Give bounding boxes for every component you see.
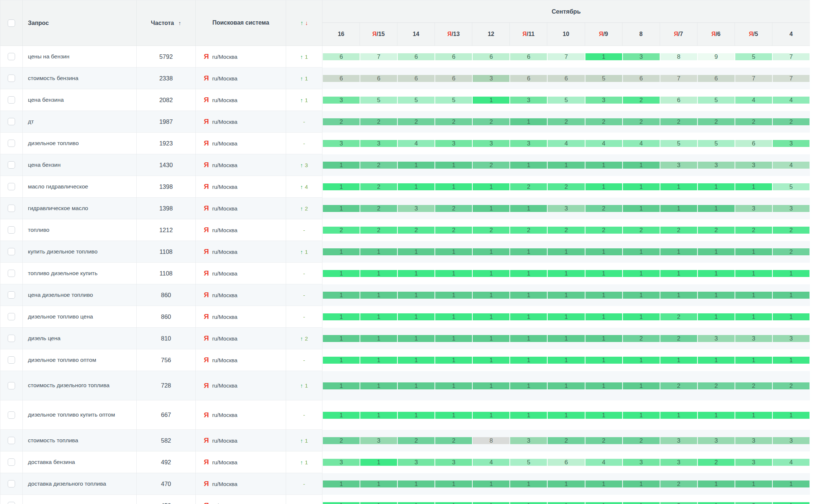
date-column-header[interactable]: Я/5 <box>735 23 772 46</box>
position-cell[interactable]: 6 <box>397 46 435 68</box>
position-cell[interactable]: 1 <box>360 263 397 284</box>
position-cell[interactable]: 1 <box>697 198 735 219</box>
position-cell[interactable]: 1 <box>772 284 810 306</box>
query-cell[interactable]: цена дизельное топливо <box>23 284 137 306</box>
query-cell[interactable]: дизель цена <box>23 328 137 349</box>
position-cell[interactable]: 6 <box>547 451 585 473</box>
position-cell[interactable]: 3 <box>435 451 472 473</box>
position-cell[interactable]: 1 <box>547 154 585 176</box>
row-checkbox[interactable] <box>8 53 15 60</box>
position-cell[interactable]: 6 <box>435 68 472 89</box>
position-cell[interactable]: 7 <box>547 46 585 68</box>
position-cell[interactable]: 1 <box>435 400 472 430</box>
position-cell[interactable]: 1 <box>435 154 472 176</box>
position-cell[interactable]: 2 <box>435 430 472 451</box>
position-cell[interactable]: 1 <box>697 241 735 263</box>
position-cell[interactable]: 1 <box>322 473 360 495</box>
position-cell[interactable]: 2 <box>772 111 810 133</box>
position-cell[interactable]: 2 <box>660 111 697 133</box>
position-cell[interactable]: 1 <box>435 349 472 371</box>
position-cell[interactable]: 1 <box>772 473 810 495</box>
position-cell[interactable]: 1 <box>397 473 435 495</box>
query-cell[interactable]: дизельное топливо <box>23 133 137 154</box>
position-cell[interactable]: 1 <box>585 349 623 371</box>
position-cell[interactable]: 3 <box>322 451 360 473</box>
position-cell[interactable]: 1 <box>435 495 472 504</box>
position-cell[interactable]: 1 <box>697 400 735 430</box>
position-cell[interactable]: 1 <box>585 284 623 306</box>
position-cell[interactable]: 5 <box>772 176 810 198</box>
position-cell[interactable]: 2 <box>660 306 697 328</box>
position-cell[interactable]: 2 <box>547 219 585 241</box>
row-checkbox[interactable] <box>8 356 15 364</box>
position-cell[interactable]: 3 <box>322 89 360 111</box>
position-cell[interactable]: 5 <box>697 133 735 154</box>
position-cell[interactable]: 4 <box>772 154 810 176</box>
position-cell[interactable]: 1 <box>585 400 623 430</box>
position-cell[interactable]: 3 <box>772 133 810 154</box>
position-cell[interactable]: 1 <box>472 400 510 430</box>
position-cell[interactable]: 2 <box>660 328 697 349</box>
position-cell[interactable]: 1 <box>585 154 623 176</box>
position-cell[interactable]: 2 <box>322 430 360 451</box>
position-cell[interactable]: 1 <box>735 241 772 263</box>
position-cell[interactable]: 3 <box>360 133 397 154</box>
row-checkbox[interactable] <box>8 437 15 444</box>
date-column-header[interactable]: Я/7 <box>660 23 697 46</box>
position-cell[interactable]: 6 <box>660 89 697 111</box>
position-cell[interactable]: 1 <box>435 328 472 349</box>
position-cell[interactable]: 1 <box>435 306 472 328</box>
position-cell[interactable]: 2 <box>623 430 660 451</box>
position-cell[interactable]: 1 <box>623 154 660 176</box>
position-cell[interactable]: 3 <box>547 198 585 219</box>
position-cell[interactable]: 1 <box>623 198 660 219</box>
position-cell[interactable]: 1 <box>360 349 397 371</box>
position-cell[interactable]: 1 <box>397 400 435 430</box>
position-cell[interactable]: 1 <box>435 176 472 198</box>
position-cell[interactable]: 1 <box>435 371 472 400</box>
position-cell[interactable]: 1 <box>735 473 772 495</box>
position-cell[interactable]: 2 <box>435 111 472 133</box>
position-cell[interactable]: 2 <box>360 111 397 133</box>
query-cell[interactable]: купить дизельного топлива <box>23 495 137 504</box>
position-cell[interactable]: 3 <box>660 154 697 176</box>
position-cell[interactable]: 2 <box>547 111 585 133</box>
position-cell[interactable]: 1 <box>585 495 623 504</box>
position-cell[interactable]: 2 <box>397 111 435 133</box>
position-cell[interactable]: 1 <box>547 473 585 495</box>
position-cell[interactable]: 3 <box>697 154 735 176</box>
position-cell[interactable]: 6 <box>322 46 360 68</box>
select-all-checkbox[interactable] <box>8 19 15 27</box>
date-column-header[interactable]: Я/9 <box>585 23 623 46</box>
position-cell[interactable]: 1 <box>697 495 735 504</box>
row-checkbox[interactable] <box>8 270 15 277</box>
column-header-frequency[interactable]: Частота ↑ <box>137 0 196 46</box>
position-cell[interactable]: 2 <box>623 111 660 133</box>
position-cell[interactable]: 4 <box>623 133 660 154</box>
position-cell[interactable]: 5 <box>547 89 585 111</box>
position-cell[interactable]: 3 <box>772 328 810 349</box>
query-cell[interactable]: топливо дизельное купить <box>23 263 137 284</box>
position-cell[interactable]: 1 <box>435 241 472 263</box>
position-cell[interactable]: 2 <box>322 219 360 241</box>
position-cell[interactable]: 1 <box>547 400 585 430</box>
position-cell[interactable]: 2 <box>623 219 660 241</box>
position-cell[interactable]: 8 <box>472 430 510 451</box>
position-cell[interactable]: 1 <box>660 284 697 306</box>
query-cell[interactable]: стоимость топлива <box>23 430 137 451</box>
position-cell[interactable]: 1 <box>472 198 510 219</box>
position-cell[interactable]: 1 <box>322 241 360 263</box>
position-cell[interactable]: 6 <box>623 68 660 89</box>
position-cell[interactable]: 1 <box>322 176 360 198</box>
position-cell[interactable]: 1 <box>510 495 547 504</box>
position-cell[interactable]: 2 <box>510 176 547 198</box>
position-cell[interactable]: 4 <box>547 133 585 154</box>
position-cell[interactable]: 3 <box>510 430 547 451</box>
position-cell[interactable]: 1 <box>735 400 772 430</box>
sort-ascending-icon[interactable]: ↑ <box>178 20 181 26</box>
row-checkbox[interactable] <box>8 96 15 104</box>
position-cell[interactable]: 6 <box>547 68 585 89</box>
position-cell[interactable]: 1 <box>322 328 360 349</box>
position-cell[interactable]: 2 <box>660 371 697 400</box>
position-cell[interactable]: 1 <box>585 371 623 400</box>
